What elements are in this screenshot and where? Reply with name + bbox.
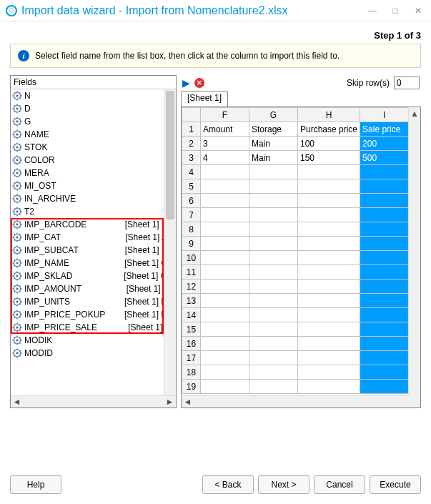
cell[interactable] <box>298 351 360 365</box>
cell[interactable] <box>201 251 249 265</box>
row-header[interactable]: 13 <box>182 294 201 308</box>
field-item[interactable]: IMP_UNITS[Sheet 1] D... <box>11 295 176 308</box>
grid-scrollbar-horizontal[interactable]: ◄ <box>182 395 408 407</box>
cell[interactable] <box>249 308 298 322</box>
fields-list[interactable]: NDGNAMESTOKCOLORMERAMI_OSTIN_ARCHIVET2IM… <box>11 89 176 407</box>
cell[interactable] <box>360 237 409 251</box>
field-item[interactable]: MI_OST <box>11 179 176 192</box>
cell[interactable]: Purchase price <box>298 122 360 137</box>
cell[interactable] <box>249 208 298 222</box>
cell[interactable] <box>298 165 360 179</box>
cell[interactable] <box>249 280 298 294</box>
cell[interactable] <box>298 179 360 194</box>
cell[interactable] <box>249 251 298 265</box>
row-header[interactable]: 17 <box>182 351 201 365</box>
field-item[interactable]: NAME <box>11 128 176 141</box>
row-header[interactable]: 10 <box>182 251 201 265</box>
cell[interactable] <box>360 208 409 222</box>
field-item[interactable]: T2 <box>11 205 176 218</box>
skip-rows-input[interactable] <box>394 76 420 89</box>
cell[interactable]: 4 <box>201 151 249 165</box>
cell[interactable] <box>249 365 298 380</box>
column-header[interactable]: H <box>298 108 360 122</box>
cell[interactable] <box>360 194 409 208</box>
cell[interactable] <box>249 165 298 179</box>
scroll-left-icon[interactable]: ◄ <box>11 396 23 408</box>
cell[interactable] <box>360 380 409 394</box>
row-header[interactable]: 18 <box>182 365 201 380</box>
cell[interactable] <box>298 322 360 337</box>
field-item[interactable]: IMP_BARCODE[Sheet 1] E... <box>11 218 176 231</box>
cell[interactable] <box>201 337 249 351</box>
field-item[interactable]: IMP_SUBCAT[Sheet 1] B... <box>11 244 176 257</box>
field-item[interactable]: IMP_AMOUNT[Sheet 1] F... <box>11 282 176 295</box>
cell[interactable] <box>298 337 360 351</box>
back-button[interactable]: < Back <box>202 475 254 494</box>
field-item[interactable]: IMP_CAT[Sheet 1] A... <box>11 231 176 244</box>
cell[interactable] <box>201 280 249 294</box>
cell[interactable] <box>201 351 249 365</box>
cell[interactable] <box>249 322 298 337</box>
cell[interactable] <box>298 294 360 308</box>
field-item[interactable]: D <box>11 102 176 115</box>
cell[interactable] <box>249 194 298 208</box>
field-item[interactable]: IMP_PRICE_POKUP[Sheet 1] H... <box>11 308 176 321</box>
cell[interactable] <box>249 294 298 308</box>
row-header[interactable]: 1 <box>182 122 201 137</box>
cell[interactable] <box>201 294 249 308</box>
row-header[interactable]: 14 <box>182 308 201 322</box>
row-header[interactable]: 8 <box>182 222 201 237</box>
cell[interactable] <box>360 179 409 194</box>
column-header[interactable]: G <box>249 108 298 122</box>
cell[interactable] <box>360 337 409 351</box>
cell[interactable]: Storage <box>249 122 298 137</box>
column-header[interactable]: F <box>201 108 249 122</box>
cell[interactable] <box>298 308 360 322</box>
row-header[interactable]: 16 <box>182 337 201 351</box>
field-item[interactable]: COLOR <box>11 154 176 167</box>
cell[interactable] <box>249 179 298 194</box>
cell[interactable] <box>360 365 409 380</box>
cell[interactable] <box>360 222 409 237</box>
row-header[interactable]: 11 <box>182 265 201 280</box>
field-item[interactable]: MODIK <box>11 334 176 347</box>
cell[interactable] <box>201 237 249 251</box>
cell[interactable] <box>360 322 409 337</box>
cell[interactable] <box>360 280 409 294</box>
scroll-up-icon[interactable]: ▲ <box>409 107 420 119</box>
cell[interactable]: Main <box>249 137 298 151</box>
cell[interactable] <box>298 265 360 280</box>
help-button[interactable]: Help <box>10 475 61 494</box>
field-item[interactable]: IN_ARCHIVE <box>11 192 176 205</box>
maximize-button[interactable]: □ <box>388 4 402 18</box>
cell[interactable]: 3 <box>201 137 249 151</box>
minimize-button[interactable]: — <box>365 4 380 18</box>
cell[interactable] <box>249 222 298 237</box>
field-item[interactable]: MERA <box>11 167 176 179</box>
cell[interactable]: Main <box>249 151 298 165</box>
cell[interactable] <box>249 337 298 351</box>
cell[interactable] <box>201 265 249 280</box>
cell[interactable] <box>298 251 360 265</box>
cell[interactable]: 500 <box>360 151 409 165</box>
cell[interactable] <box>360 351 409 365</box>
fields-scrollbar-vertical[interactable] <box>164 89 176 395</box>
cell[interactable] <box>249 351 298 365</box>
cell[interactable] <box>360 165 409 179</box>
cell[interactable] <box>360 265 409 280</box>
cell[interactable] <box>298 194 360 208</box>
field-item[interactable]: IMP_SKLAD[Sheet 1] G... <box>11 270 176 282</box>
cell[interactable]: 200 <box>360 137 409 151</box>
field-item[interactable]: IMP_PRICE_SALE[Sheet 1] I... <box>11 321 176 334</box>
cell[interactable]: Amount <box>201 122 249 137</box>
sheet-grid[interactable]: FGHI1AmountStoragePurchase priceSale pri… <box>181 107 421 408</box>
field-item[interactable]: G <box>11 115 176 128</box>
play-icon[interactable]: ▶ <box>182 77 190 89</box>
cell[interactable] <box>298 365 360 380</box>
fields-scrollbar-horizontal[interactable]: ◄ ► <box>11 395 176 407</box>
cell[interactable] <box>201 165 249 179</box>
field-item[interactable]: N <box>11 89 176 102</box>
cell[interactable] <box>298 222 360 237</box>
row-header[interactable]: 5 <box>182 179 201 194</box>
grid-scrollbar-vertical[interactable]: ▲ <box>408 107 420 395</box>
